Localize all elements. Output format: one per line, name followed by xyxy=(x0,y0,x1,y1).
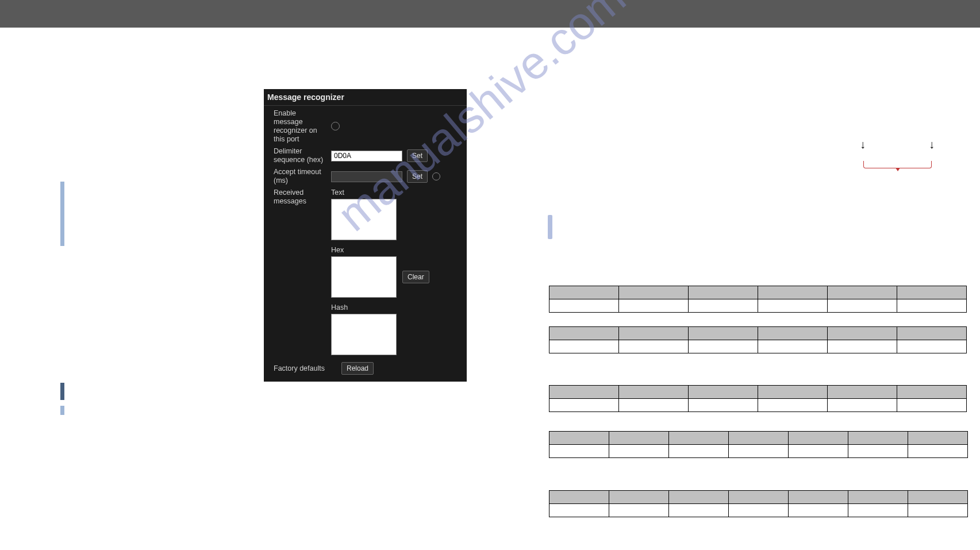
arrow-down-icon: ↓ xyxy=(860,138,866,151)
hex-label: Hex xyxy=(331,246,429,254)
timeout-row: Accept timeout (ms) Set xyxy=(274,168,461,185)
enable-label: Enable message recognizer on this port xyxy=(274,109,326,144)
table-row xyxy=(549,299,967,313)
watermark-stub xyxy=(548,215,552,239)
table-row xyxy=(549,286,967,299)
enable-row: Enable message recognizer on this port xyxy=(274,109,461,144)
delimiter-input[interactable] xyxy=(331,151,402,161)
table-row xyxy=(549,386,967,399)
table-row xyxy=(549,340,967,353)
hash-label: Hash xyxy=(331,303,429,311)
arrow-down-icon: ↓ xyxy=(929,138,935,151)
table-row xyxy=(549,432,968,445)
top-bar xyxy=(0,0,980,28)
left-marker-3 xyxy=(60,406,64,415)
left-marker-1 xyxy=(60,182,64,246)
hex-output xyxy=(331,256,397,298)
hash-output xyxy=(331,314,397,355)
timeout-input[interactable] xyxy=(331,171,402,182)
table-1 xyxy=(549,286,967,313)
received-block: Received messages Text Hex Clear Hash xyxy=(274,189,461,355)
timeout-label: Accept timeout (ms) xyxy=(274,168,326,185)
factory-row: Factory defaults Reload xyxy=(274,362,461,375)
delimiter-row: Delimiter sequence (hex) Set xyxy=(274,147,461,164)
panel-title: Message recognizer xyxy=(264,89,467,106)
factory-label: Factory defaults xyxy=(274,364,337,373)
table-3 xyxy=(549,385,967,412)
delimiter-set-button[interactable]: Set xyxy=(407,149,428,162)
table-2 xyxy=(549,326,967,353)
message-recognizer-panel: Message recognizer Enable message recogn… xyxy=(264,89,467,382)
text-label: Text xyxy=(331,189,429,197)
bracket-icon xyxy=(863,161,932,168)
table-4 xyxy=(549,431,968,458)
text-output xyxy=(331,199,397,240)
delimiter-label: Delimiter sequence (hex) xyxy=(274,147,326,164)
table-5 xyxy=(549,490,968,517)
table-row xyxy=(549,445,968,458)
received-label: Received messages xyxy=(274,189,326,355)
table-row xyxy=(549,504,968,517)
timeout-set-button[interactable]: Set xyxy=(407,170,428,183)
table-row xyxy=(549,399,967,412)
left-marker-2 xyxy=(60,383,64,400)
clear-button[interactable]: Clear xyxy=(402,271,429,283)
timeout-help-icon[interactable] xyxy=(432,172,440,180)
table-row xyxy=(549,491,968,504)
enable-radio[interactable] xyxy=(331,122,340,130)
table-row xyxy=(549,327,967,340)
reload-button[interactable]: Reload xyxy=(341,362,374,375)
